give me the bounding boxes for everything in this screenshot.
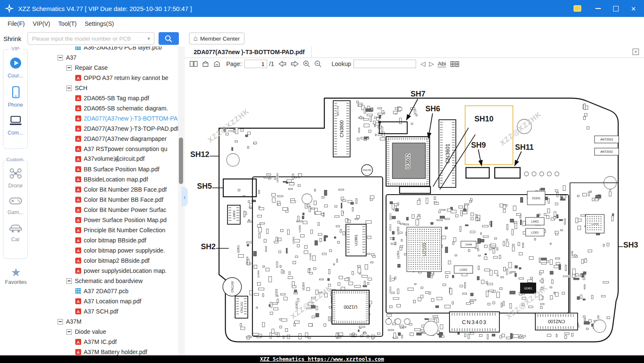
sidebar-item-phone[interactable]: Phone xyxy=(3,86,27,108)
tree-item[interactable]: Acolor bitmap2 BBside.pdf xyxy=(32,256,184,266)
collapse-icon[interactable] xyxy=(58,55,63,60)
tree-item-label: BB Surface Position Map.pdf xyxy=(84,166,159,173)
sidebar-item-course[interactable]: Cour... xyxy=(3,57,27,79)
sidebar-item-car[interactable]: Car xyxy=(3,223,27,242)
tree-item[interactable]: A37 xyxy=(32,52,184,63)
tree-item[interactable]: AA37 RSTpower consumption qu xyxy=(32,144,184,154)
tree-item[interactable]: SCH xyxy=(32,83,184,93)
pcb-schematic-drawing[interactable]: CN3800ANT1702U3602CN3601U2101CN3403CN210… xyxy=(184,69,644,355)
svg-text:C2310: C2310 xyxy=(389,286,392,293)
tree-item-label: SCH xyxy=(75,85,88,91)
search-icon xyxy=(164,35,173,43)
close-button[interactable]: × xyxy=(629,4,638,13)
chevron-down-icon[interactable]: ▼ xyxy=(147,36,151,41)
tree-item[interactable]: Schematic and boardview xyxy=(32,276,184,286)
collapse-icon[interactable] xyxy=(66,329,72,335)
tree-item[interactable]: A2DA065-SB schematic diagram. xyxy=(32,103,184,113)
rotate-left-button[interactable] xyxy=(202,60,209,67)
title-bar[interactable]: XZZ Schematics V4.77 [ VIP Due date: 202… xyxy=(0,0,644,17)
tree-item[interactable]: AA37M Battery holder.pdf xyxy=(32,347,184,355)
tree-item[interactable]: AA37M IC.pdf xyxy=(32,337,184,347)
pdf-file-icon: A xyxy=(75,227,81,233)
tree-item[interactable]: Acolor bitmap power supplyside. xyxy=(32,245,184,256)
sidebar-item-game[interactable]: Gam... xyxy=(3,196,27,215)
member-center-button[interactable]: ⌂ Member Center xyxy=(189,33,244,44)
sidebar-item-computer[interactable]: Com... xyxy=(3,115,27,136)
menu-item[interactable]: Tool(T) xyxy=(58,19,78,28)
zoom-in-button[interactable] xyxy=(303,60,310,68)
thumbnail-grid-button[interactable] xyxy=(450,61,459,67)
tree-item[interactable]: Acolor bitmap BBside.pdf xyxy=(32,235,184,245)
svg-text:C2036: C2036 xyxy=(439,209,446,211)
tree-item[interactable]: AA37 SCH.pdf xyxy=(32,306,184,316)
menu-item[interactable]: Settings(S) xyxy=(84,19,115,28)
favorites-label: Favorites xyxy=(5,279,27,285)
shrink-button[interactable]: Shrink xyxy=(3,35,22,42)
minimize-button[interactable] xyxy=(593,4,603,13)
tree-item[interactable]: A37 2DA077.pcb xyxy=(32,286,184,296)
document-tab[interactable]: 2DA077(A37new )-T3-BOTTOM-PAD.pdf xyxy=(184,47,312,58)
text-select-button[interactable]: Abi xyxy=(438,61,446,67)
lookup-input[interactable] xyxy=(354,60,416,68)
tree-item[interactable]: Diode value xyxy=(32,327,184,337)
tree-item[interactable]: APower Surface Position Map.pd xyxy=(32,215,184,225)
pdf-file-icon: A xyxy=(75,248,81,253)
search-button[interactable] xyxy=(159,32,179,45)
left-sidebar: ·VIP· Cour...PhoneCom... Custom. DroneGa… xyxy=(0,47,32,355)
tree-item[interactable]: ABB Surface Position Map.pdf xyxy=(32,164,184,174)
window-title: XZZ Schematics V4.77 [ VIP Due date: 202… xyxy=(18,5,192,12)
favorites-button[interactable]: ★ Favorites xyxy=(0,267,32,285)
tree-item[interactable]: Repair Case xyxy=(32,63,184,73)
tree-scrollbar-thumb[interactable] xyxy=(179,138,183,184)
tree-item[interactable]: AColor Bit Number Power Surfac xyxy=(32,205,184,215)
tree-item[interactable]: AColor Bit Number 2BB Face.pdf xyxy=(32,184,184,195)
search-input[interactable] xyxy=(27,32,154,45)
star-icon: ★ xyxy=(11,267,21,278)
svg-text:U1304: U1304 xyxy=(302,282,305,291)
lookup-label: Lookup xyxy=(332,60,351,67)
tree-item-label: Color Bit Number Power Surfac xyxy=(84,206,166,213)
tree-item[interactable]: Apower supplysideLocation map. xyxy=(32,266,184,276)
tree-item[interactable]: A36-2AA318-0 PCB layer.pcb xyxy=(32,47,184,52)
tree-item[interactable]: ABBsideLocation map.pdf xyxy=(32,174,184,184)
tree-item-label: A37 SCH.pdf xyxy=(84,308,118,315)
maximize-button[interactable] xyxy=(611,4,620,13)
previous-page-button[interactable] xyxy=(278,60,287,67)
vip-recharge-icon[interactable] xyxy=(573,5,581,12)
menu-bar: File(F)VIP(V)Tool(T)Settings(S) xyxy=(0,17,644,30)
tree-item-label: 2DA065-SB Tag map.pdf xyxy=(84,95,149,102)
collapse-icon[interactable] xyxy=(66,278,72,284)
document-tab-bar: 2DA077(A37new )-T3-BOTTOM-PAD.pdf × xyxy=(184,47,644,58)
tree-item[interactable]: APrinciple Bit Number Collection xyxy=(32,225,184,235)
tree-item[interactable]: AOPPO A37 return key cannot be xyxy=(32,73,184,83)
next-page-button[interactable] xyxy=(290,60,299,67)
menu-item[interactable]: File(F) xyxy=(7,19,25,28)
svg-text:C2314: C2314 xyxy=(389,275,392,282)
tree-item[interactable]: AA37volume减circuit.pdf xyxy=(32,154,184,164)
pdf-canvas[interactable]: CN3800ANT1702U3602CN3601U2101CN3403CN210… xyxy=(184,69,644,355)
find-previous-button[interactable]: ◁ xyxy=(420,60,425,68)
tree-item[interactable]: A2DA077(A37new )-T3-TOP-PAD.pdf xyxy=(32,124,184,134)
collapse-icon[interactable] xyxy=(66,65,72,71)
two-page-view-button[interactable] xyxy=(189,60,198,67)
tree-item[interactable]: A2DA077(A37new diagrampaper xyxy=(32,134,184,144)
menu-item[interactable]: VIP(V) xyxy=(32,19,51,28)
tree-item[interactable]: AA37 Location map.pdf xyxy=(32,296,184,306)
tree-item-label: A37M Battery holder.pdf xyxy=(84,349,147,355)
panel-collapse-handle[interactable]: ‹ xyxy=(181,187,188,206)
tree-item-label: Repair Case xyxy=(75,64,108,71)
pdf-file-icon: A xyxy=(75,105,81,111)
tree-item[interactable]: A2DA077(A37new )-T3-BOTTOM-PAD.pdf xyxy=(32,113,184,124)
find-next-button[interactable]: ▷ xyxy=(429,60,434,68)
rotate-right-button[interactable] xyxy=(213,60,221,67)
tree-item[interactable]: A2DA065-SB Tag map.pdf xyxy=(32,93,184,103)
svg-text:C3408: C3408 xyxy=(465,243,472,246)
close-document-icon[interactable]: × xyxy=(633,49,639,55)
page-number-input[interactable] xyxy=(244,60,267,68)
tree-item[interactable]: A37M xyxy=(32,316,184,327)
tree-item[interactable]: AColor Bit Number BB Face.pdf xyxy=(32,195,184,205)
sidebar-item-drone[interactable]: Drone xyxy=(3,168,27,189)
collapse-icon[interactable] xyxy=(66,85,72,91)
zoom-out-button[interactable] xyxy=(314,60,322,68)
collapse-icon[interactable] xyxy=(58,319,63,324)
